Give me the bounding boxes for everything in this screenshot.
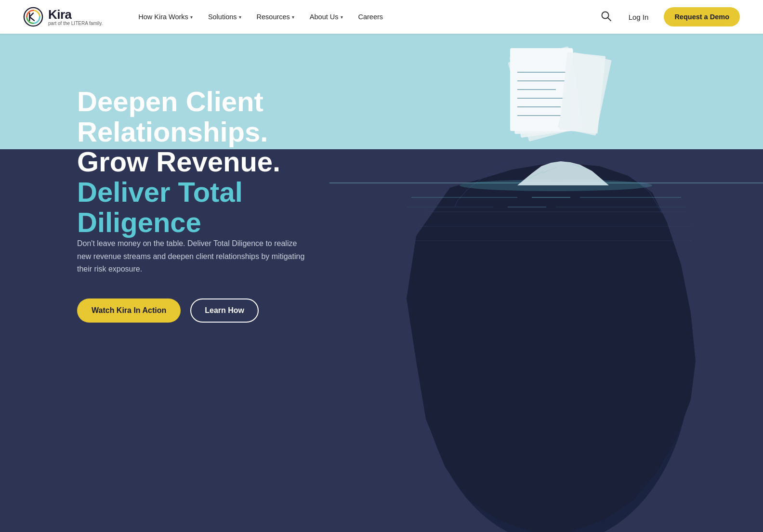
search-icon[interactable] bbox=[599, 9, 613, 26]
navbar-actions: Log In Request a Demo bbox=[599, 7, 740, 26]
hero-heading-line2: Relationships. bbox=[77, 116, 268, 147]
svg-rect-25 bbox=[559, 52, 605, 133]
nav-item-resources[interactable]: Resources ▾ bbox=[250, 9, 301, 25]
login-button[interactable]: Log In bbox=[623, 9, 655, 25]
chevron-down-icon: ▾ bbox=[341, 14, 343, 20]
nav-label-resources: Resources bbox=[257, 13, 290, 21]
hero-subtext: Don't leave money on the table. Deliver … bbox=[77, 237, 313, 275]
watch-kira-button[interactable]: Watch Kira In Action bbox=[77, 298, 181, 323]
logo[interactable]: Kira part of the LITERA family. bbox=[23, 7, 103, 27]
navbar-nav: How Kira Works ▾ Solutions ▾ Resources ▾… bbox=[132, 9, 598, 25]
chevron-down-icon: ▾ bbox=[190, 14, 193, 20]
nav-item-about-us[interactable]: About Us ▾ bbox=[303, 9, 350, 25]
nav-label-how-kira-works: How Kira Works bbox=[138, 13, 188, 21]
hero-section: Deepen Client Relationships. Grow Revenu… bbox=[0, 0, 763, 532]
nav-item-how-kira-works[interactable]: How Kira Works ▾ bbox=[132, 9, 199, 25]
hero-buttons: Watch Kira In Action Learn How bbox=[77, 298, 328, 323]
nav-label-careers: Careers bbox=[358, 13, 383, 21]
logo-litera-text: part of the LITERA family. bbox=[48, 21, 103, 26]
hero-illustration bbox=[329, 34, 763, 532]
logo-text-group: Kira part of the LITERA family. bbox=[48, 8, 103, 26]
chevron-down-icon: ▾ bbox=[292, 14, 294, 20]
request-demo-button[interactable]: Request a Demo bbox=[664, 7, 740, 26]
learn-how-button[interactable]: Learn How bbox=[190, 298, 259, 323]
svg-line-2 bbox=[607, 17, 611, 21]
hero-heading-line3: Grow Revenue. bbox=[77, 146, 280, 177]
hero-heading: Deepen Client Relationships. Grow Revenu… bbox=[77, 87, 328, 237]
nav-item-solutions[interactable]: Solutions ▾ bbox=[201, 9, 248, 25]
logo-kira-text: Kira bbox=[48, 8, 103, 21]
nav-label-solutions: Solutions bbox=[208, 13, 237, 21]
hero-heading-accent: Deliver Total Diligence bbox=[77, 176, 243, 238]
chevron-down-icon: ▾ bbox=[239, 14, 241, 20]
nav-label-about-us: About Us bbox=[310, 13, 339, 21]
kira-logo-icon bbox=[23, 7, 43, 27]
navbar: Kira part of the LITERA family. How Kira… bbox=[0, 0, 763, 34]
nav-item-careers[interactable]: Careers bbox=[352, 9, 390, 25]
hero-heading-line1: Deepen Client bbox=[77, 86, 263, 117]
hero-content: Deepen Client Relationships. Grow Revenu… bbox=[0, 34, 328, 361]
